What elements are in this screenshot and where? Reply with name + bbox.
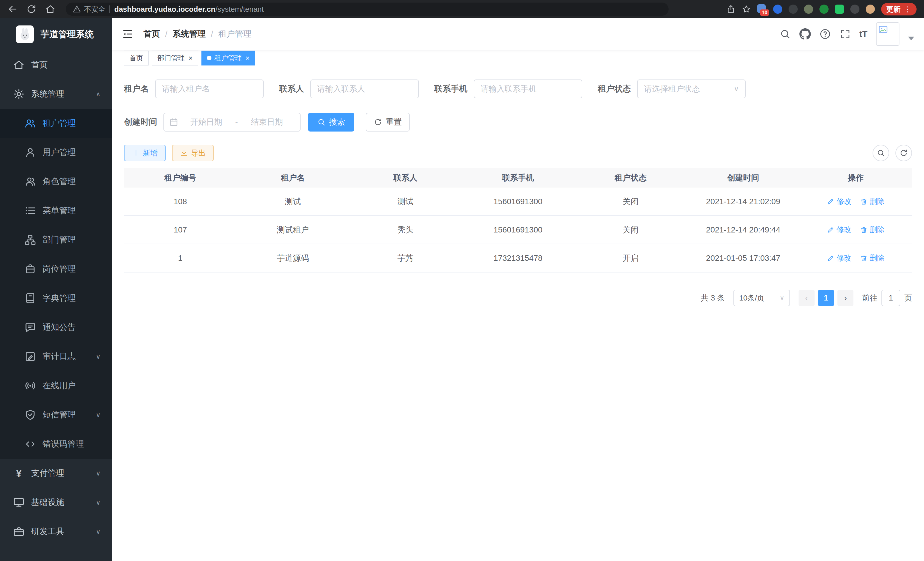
tag[interactable]: 部门管理 ×	[152, 51, 198, 65]
sidebar-toggle-icon[interactable]	[122, 28, 134, 40]
github-icon[interactable]	[800, 28, 811, 40]
user-avatar[interactable]	[876, 22, 899, 46]
prev-page-button[interactable]: ‹	[799, 290, 814, 306]
search-form: 租户名 请输入租户名 ∨ 联系人 请输入联系人 ∨	[124, 80, 912, 98]
share-icon[interactable]	[726, 5, 735, 14]
page-size-select[interactable]: 10条/页 ∨	[734, 290, 790, 306]
sidebar-item[interactable]: 角色管理	[0, 167, 112, 196]
form-input[interactable]: 请输入租户名 ∨	[155, 80, 264, 98]
export-button[interactable]: 导出	[172, 145, 214, 161]
cell-tenant-id: 1	[124, 244, 237, 272]
chevron-down-icon[interactable]	[908, 37, 914, 40]
next-page-button[interactable]: ›	[837, 290, 854, 306]
sidebar-item[interactable]: 错误码管理	[0, 429, 112, 459]
sidebar-item[interactable]: 菜单管理	[0, 196, 112, 225]
chevron-icon: ∨	[96, 469, 100, 477]
app-logo[interactable]: 芋道管理系统	[0, 18, 112, 50]
breadcrumb: 首页 / 系统管理 / 租户管理	[143, 28, 251, 40]
page-content: 租户名 请输入租户名 ∨ 联系人 请输入联系人 ∨	[112, 66, 924, 561]
sidebar-item[interactable]: 基础设施 ∨	[0, 488, 112, 517]
tag-close-icon[interactable]: ×	[245, 54, 249, 62]
menu-dots-icon: ⋮	[904, 5, 911, 14]
cell-created: 2021-12-14 20:49:44	[687, 216, 800, 244]
extensions-puzzle-icon[interactable]	[850, 5, 860, 14]
navbar-actions: tT	[779, 22, 914, 46]
font-size-icon[interactable]: tT	[860, 28, 867, 40]
table-toolbar: 新增 导出	[124, 145, 912, 161]
goto-page-input[interactable]	[881, 290, 900, 306]
extension-icon[interactable]: 10	[757, 4, 767, 14]
sidebar-item[interactable]: 租户管理	[0, 109, 112, 138]
bookmark-star-icon[interactable]	[742, 5, 751, 14]
sidebar-item[interactable]: 通知公告	[0, 313, 112, 342]
sidebar-item[interactable]: 字典管理	[0, 284, 112, 313]
url-domain: dashboard.yudao.iocoder.cn	[114, 5, 215, 14]
table-row: 107 测试租户 秃头 15601691300 关闭 2021-12-14 20…	[124, 216, 912, 244]
chevron-icon: ∨	[96, 528, 100, 535]
refresh-icon	[374, 118, 382, 126]
table-body: 108 测试 测试 15601691300 关闭 2021-12-14 21:0…	[124, 188, 912, 272]
chevron-icon: ∨	[96, 411, 100, 419]
date-range-picker[interactable]: 开始日期 - 结束日期	[164, 113, 301, 132]
online-icon	[25, 380, 36, 391]
update-label: 更新	[886, 5, 901, 14]
breadcrumb-home[interactable]: 首页	[143, 28, 160, 40]
form-item: 联系手机 请输入联系手机 ∨	[434, 80, 582, 98]
page-number-button[interactable]: 1	[818, 290, 834, 306]
toggle-search-button[interactable]	[873, 145, 889, 161]
extension-icon[interactable]	[819, 5, 829, 14]
sms-icon	[25, 409, 36, 421]
total-count: 共 3 条	[701, 293, 725, 303]
home-icon[interactable]	[45, 4, 56, 14]
breadcrumb-separator: /	[211, 29, 213, 39]
edit-link[interactable]: 修改	[827, 196, 851, 206]
tag[interactable]: 首页 ×	[124, 51, 148, 65]
search-form-row2: 创建时间 开始日期 - 结束日期 搜索 重置	[124, 113, 912, 132]
sidebar-item[interactable]: 部门管理	[0, 225, 112, 254]
extension-icon[interactable]	[835, 5, 844, 14]
form-input[interactable]: 请输入联系手机 ∨	[474, 80, 582, 98]
reset-button[interactable]: 重置	[366, 113, 410, 132]
tag-close-icon[interactable]: ×	[188, 54, 193, 62]
edit-link[interactable]: 修改	[827, 225, 851, 235]
reload-icon[interactable]	[26, 4, 37, 14]
fullscreen-icon[interactable]	[839, 28, 851, 40]
form-item: 联系人 请输入联系人 ∨	[279, 80, 419, 98]
sidebar-item[interactable]: 系统管理 ∧	[0, 80, 112, 109]
sidebar-item[interactable]: ¥ 支付管理 ∨	[0, 459, 112, 488]
delete-link[interactable]: 删除	[860, 196, 885, 206]
form-input[interactable]: 请选择租户状态 ∨	[637, 80, 746, 98]
sidebar-item[interactable]: 岗位管理	[0, 254, 112, 284]
profile-avatar-icon[interactable]	[866, 5, 875, 14]
tag[interactable]: 租户管理 ×	[201, 51, 255, 65]
extension-icon[interactable]	[804, 5, 813, 14]
sidebar-item[interactable]: 研发工具 ∨	[0, 517, 112, 546]
refresh-icon	[899, 149, 908, 157]
extension-icon[interactable]	[789, 5, 798, 14]
search-icon[interactable]	[779, 28, 791, 40]
sidebar-item[interactable]: 短信管理 ∨	[0, 400, 112, 429]
sidebar-item[interactable]: 首页	[0, 50, 112, 80]
add-button[interactable]: 新增	[124, 145, 166, 161]
delete-link[interactable]: 删除	[860, 225, 885, 235]
tag-label: 租户管理	[214, 53, 242, 63]
form-input[interactable]: 请输入联系人 ∨	[310, 80, 419, 98]
extension-icon[interactable]	[773, 5, 782, 14]
table-header-cell: 联系人	[349, 168, 462, 188]
breadcrumb-system[interactable]: 系统管理	[172, 28, 206, 40]
search-button[interactable]: 搜索	[308, 113, 354, 132]
sidebar-item[interactable]: 用户管理	[0, 138, 112, 167]
cell-tenant-name: 测试租户	[237, 216, 349, 244]
sidebar-item[interactable]: 审计日志 ∨	[0, 342, 112, 371]
back-icon[interactable]	[8, 4, 18, 14]
delete-link[interactable]: 删除	[860, 253, 885, 263]
cell-tenant-name: 测试	[237, 188, 349, 215]
table-header-cell: 租户状态	[574, 168, 687, 188]
sidebar-item[interactable]: 在线用户	[0, 371, 112, 400]
help-icon[interactable]	[819, 28, 831, 40]
update-button[interactable]: 更新 ⋮	[881, 3, 916, 15]
edit-link[interactable]: 修改	[827, 253, 851, 263]
input-placeholder: 请选择租户状态	[644, 83, 700, 94]
refresh-table-button[interactable]	[896, 145, 912, 161]
address-bar[interactable]: 不安全 dashboard.yudao.iocoder.cn /system/t…	[66, 3, 669, 16]
